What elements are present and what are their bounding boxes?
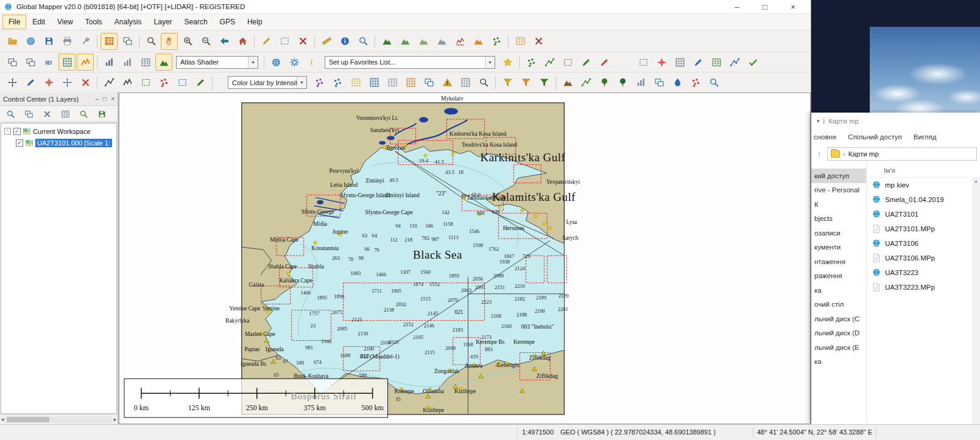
view-3d-button[interactable]	[40, 54, 57, 71]
tree-expander-icon[interactable]: -	[4, 128, 11, 134]
home-view-button[interactable]	[234, 33, 251, 50]
identify-tool-button[interactable]	[354, 33, 372, 50]
online-sources-button[interactable]	[286, 54, 303, 71]
vertex-points-button[interactable]	[155, 74, 172, 91]
line-tool-button[interactable]	[100, 74, 118, 91]
panel-float-icon[interactable]: □	[103, 96, 107, 102]
zoom-in-button[interactable]	[179, 33, 196, 50]
lidar-hatch-button[interactable]	[457, 74, 474, 91]
classify-water-button[interactable]	[669, 74, 686, 91]
layer-metadata-button[interactable]	[57, 107, 73, 121]
digitize-line-button[interactable]	[541, 54, 558, 71]
terrain-gray-button[interactable]	[433, 33, 450, 50]
view-shed-button[interactable]	[470, 33, 487, 50]
print-button[interactable]	[58, 33, 76, 50]
feature-info-button[interactable]	[336, 33, 353, 50]
menu-view[interactable]: View	[51, 15, 79, 29]
digitizer-tool-button[interactable]	[258, 33, 275, 50]
lidar-table-button[interactable]	[347, 74, 364, 91]
nav-item[interactable]: К	[811, 197, 866, 212]
file-row[interactable]: UA3T3223.MPp	[869, 280, 980, 295]
nav-item[interactable]: раження	[811, 269, 866, 284]
scroll-up-arrow[interactable]: ▲	[974, 177, 978, 183]
filter-edit-button[interactable]	[517, 74, 534, 91]
column-header-name[interactable]: Ім'я	[869, 164, 980, 178]
open-file-button[interactable]	[4, 33, 21, 50]
path-profile-button[interactable]	[451, 33, 468, 50]
breadcrumb[interactable]: Карти mp	[848, 150, 879, 158]
remove-layer-button[interactable]	[39, 107, 55, 121]
classify-powerline-button[interactable]	[632, 74, 649, 91]
classify-noise-button[interactable]	[687, 74, 704, 91]
stamp-features-button[interactable]	[708, 54, 725, 71]
file-row[interactable]: UA3T3223	[869, 265, 980, 280]
address-bar[interactable]: › Карти mp	[827, 147, 977, 161]
paint-tool-button[interactable]	[192, 74, 209, 91]
area-tool-button[interactable]	[137, 74, 154, 91]
disable-tools-button[interactable]	[530, 33, 547, 50]
favorites-select-dropdown[interactable]: Set up Favorites List...▾	[325, 56, 495, 69]
configuration-button[interactable]	[77, 33, 94, 50]
layer-zoom-button[interactable]	[76, 107, 91, 121]
menu-analysis[interactable]: Analysis	[108, 15, 148, 29]
scroll-thumb[interactable]	[7, 417, 49, 422]
menu-gps[interactable]: GPS	[214, 15, 241, 29]
nav-item[interactable]: rive - Personal	[811, 183, 866, 198]
file-row[interactable]: mp kiev	[869, 178, 980, 192]
digitize-point-button[interactable]	[523, 54, 540, 71]
tree-row[interactable]: -✓Current Workspace	[1, 125, 116, 137]
menu-help[interactable]: Help	[241, 15, 269, 29]
digitize-paint-button[interactable]	[577, 54, 594, 71]
chevron-down-icon[interactable]: ▾	[248, 57, 258, 68]
select-features-button[interactable]	[276, 33, 293, 50]
close-button[interactable]: ×	[779, 2, 807, 12]
measure-tool-button[interactable]	[318, 33, 335, 50]
digitize-erase-button[interactable]	[596, 54, 613, 71]
lidar-profile-button[interactable]	[329, 74, 346, 91]
nav-item[interactable]: озаписи	[811, 226, 866, 240]
grid-edit-button[interactable]	[671, 54, 688, 71]
delete-vertex-button[interactable]	[77, 74, 94, 91]
snap-vertex-button[interactable]	[40, 74, 57, 91]
nav-item[interactable]: нтаження	[811, 254, 866, 269]
mesh-view-button[interactable]	[58, 54, 76, 71]
control-center-button[interactable]	[100, 33, 118, 50]
clear-selection-button[interactable]	[294, 33, 311, 50]
rectangle-tool-button[interactable]	[174, 74, 191, 91]
filter-ground-button[interactable]	[535, 74, 552, 91]
full-view-button[interactable]	[216, 33, 233, 50]
lidar-classify-button[interactable]	[420, 74, 437, 91]
profile-view-button[interactable]	[77, 54, 94, 71]
lidar-color-select-dropdown[interactable]: Color Lidar by Intensity▾	[228, 76, 307, 89]
zoom-out-button[interactable]	[197, 33, 214, 50]
classify-pine-button[interactable]	[614, 74, 631, 91]
nav-item[interactable]: очий стіл	[811, 298, 866, 312]
classify-ground-button[interactable]	[559, 74, 576, 91]
lidar-quality-button[interactable]	[439, 74, 456, 91]
move-vertex-button[interactable]	[58, 74, 76, 91]
add-favorite-button[interactable]	[499, 54, 516, 71]
minimize-button[interactable]: –	[723, 2, 751, 12]
chevron-down-icon[interactable]: ▾	[485, 57, 495, 68]
atlas-view-button[interactable]	[155, 54, 172, 71]
scatter-points-button[interactable]	[488, 33, 505, 50]
file-row[interactable]: UA2T3101.MPp	[869, 222, 980, 236]
curve-tool-button[interactable]	[119, 74, 136, 91]
terrain-shader-button[interactable]	[378, 33, 395, 50]
snap-target-button[interactable]	[653, 54, 670, 71]
chevron-down-icon[interactable]: ▾	[817, 118, 820, 124]
up-arrow-button[interactable]: ↑	[814, 150, 824, 159]
menu-edit[interactable]: Edit	[26, 15, 51, 29]
layer-statistics-button[interactable]	[137, 54, 154, 71]
zoom-to-layer-button[interactable]	[2, 107, 18, 121]
lidar-points-button[interactable]	[311, 74, 328, 91]
menu-tools[interactable]: Tools	[79, 15, 108, 29]
ribbon-tab-2[interactable]: Вигляд	[914, 133, 937, 141]
nav-item[interactable]: ка	[811, 283, 866, 298]
zoom-tool-button[interactable]	[143, 33, 160, 50]
lidar-ortho-button[interactable]	[402, 74, 419, 91]
move-feature-button[interactable]	[4, 74, 21, 91]
lidar-search-button[interactable]	[475, 74, 492, 91]
lidar-zoom-button[interactable]	[705, 74, 722, 91]
sort-layers-button[interactable]	[100, 54, 118, 71]
